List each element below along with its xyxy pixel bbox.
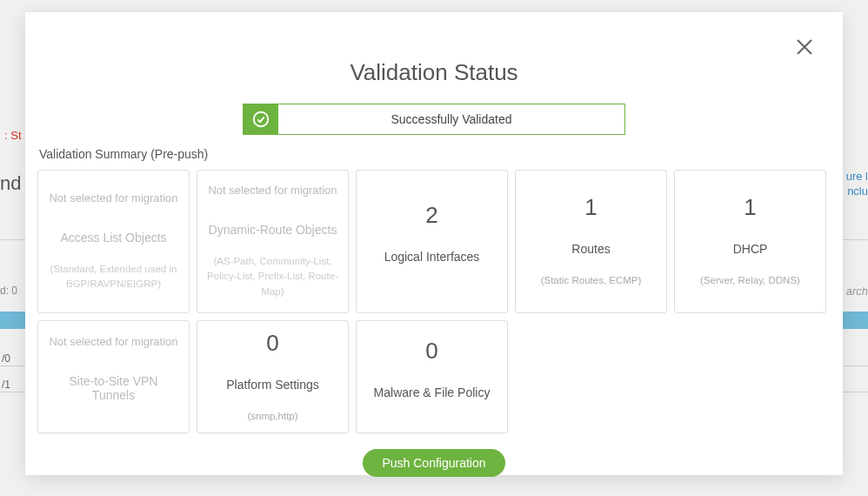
success-icon-box (244, 104, 278, 134)
backdrop-text: : St (4, 129, 22, 142)
tile-title: Site-to-Site VPN Tunnels (47, 374, 180, 402)
tile-count: 1 (584, 194, 597, 221)
close-icon (794, 37, 815, 57)
summary-tile: 1DHCP(Server, Relay, DDNS) (674, 170, 826, 313)
backdrop-text: ure l (846, 170, 868, 183)
backdrop-text: nd (0, 172, 21, 195)
tile-count: 0 (425, 338, 437, 365)
backdrop-text: /0 (2, 352, 10, 365)
tile-title: Dynamic-Route Objects (209, 223, 337, 237)
modal-title: Validation Status (37, 59, 831, 86)
checkmark-circle-icon (251, 110, 270, 129)
backdrop-text: d: 0 (0, 285, 17, 297)
tile-count: 2 (425, 202, 437, 229)
summary-tile: Not selected for migrationAccess List Ob… (37, 170, 190, 313)
tile-count: 0 (266, 330, 278, 357)
tile-title: Logical Interfaces (384, 250, 480, 264)
backdrop-text: arch (846, 285, 868, 298)
summary-tile: Not selected for migrationDynamic-Route … (197, 170, 349, 313)
tile-title: Malware & File Policy (374, 385, 491, 399)
tile-status: Not selected for migration (49, 191, 177, 204)
tile-title: Platform Settings (226, 378, 319, 392)
tile-subtitle: (Server, Relay, DDNS) (700, 273, 800, 288)
validation-status-modal: Validation Status Successfully Validated… (25, 12, 843, 475)
tile-subtitle: (AS-Path, Community-List, Policy-List, P… (206, 254, 339, 299)
summary-label: Validation Summary (Pre-push) (39, 147, 831, 161)
summary-tile: 2Logical Interfaces (356, 170, 508, 313)
summary-tile: 0Malware & File Policy (356, 320, 508, 433)
tiles-grid: Not selected for migrationAccess List Ob… (37, 170, 831, 433)
tile-status: Not selected for migration (49, 335, 177, 348)
summary-tile: 0Platform Settings(snmp,http) (197, 320, 349, 433)
push-configuration-button[interactable]: Push Configuration (363, 449, 504, 477)
close-button[interactable] (794, 37, 815, 57)
tile-title: Routes (571, 242, 610, 256)
tile-subtitle: (Standard, Extended used in BGP/RAVPN/EI… (47, 262, 180, 292)
summary-tile: Not selected for migrationSite-to-Site V… (37, 320, 190, 433)
tile-subtitle: (snmp,http) (247, 409, 297, 424)
backdrop-text: nclu (847, 184, 868, 198)
svg-point-2 (254, 112, 269, 127)
tile-subtitle: (Static Routes, ECMP) (541, 273, 642, 288)
backdrop-text: /1 (2, 379, 10, 391)
tile-count: 1 (744, 194, 756, 221)
summary-tile: 1Routes(Static Routes, ECMP) (515, 170, 667, 313)
tile-status: Not selected for migration (208, 184, 337, 197)
status-text: Successfully Validated (278, 104, 624, 134)
tile-title: DHCP (733, 242, 768, 256)
status-banner: Successfully Validated (243, 104, 625, 135)
tile-title: Access List Objects (60, 231, 166, 245)
